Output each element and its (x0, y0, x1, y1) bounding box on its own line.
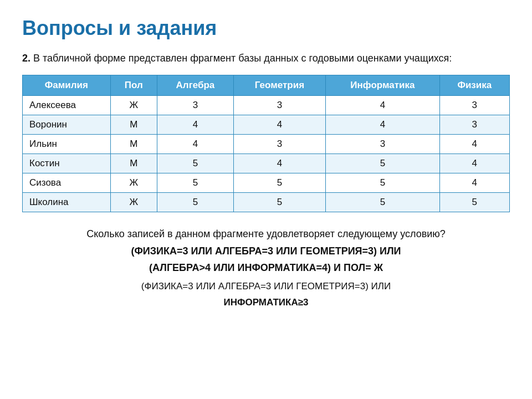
question-text: 2. В табличной форме представлен фрагмен… (22, 51, 510, 66)
table-cell: М (110, 135, 157, 154)
table-cell: 3 (233, 96, 325, 115)
table-cell: 4 (233, 154, 325, 173)
table-cell: М (110, 154, 157, 173)
table-cell: 4 (157, 115, 234, 135)
table-row: СизоваЖ5554 (23, 173, 510, 193)
table-cell: 3 (439, 96, 509, 115)
question-number: 2. (22, 53, 30, 64)
table-cell: Ж (110, 96, 157, 115)
table-cell: 4 (439, 135, 509, 154)
table-cell: 5 (326, 154, 440, 173)
table-cell: Ж (110, 193, 157, 212)
table-header-cell: Алгебра (157, 75, 234, 96)
table-row: КостинМ5454 (23, 154, 510, 173)
table-cell: 4 (439, 154, 509, 173)
table-row: АлексееваЖ3343 (23, 96, 510, 115)
table-cell: 5 (157, 173, 234, 193)
table-cell: 5 (326, 173, 440, 193)
table-cell: 5 (439, 193, 509, 212)
formula-line-3: (ФИЗИКА=3 ИЛИ АЛГЕБРА=3 ИЛИ ГЕОМЕТРИЯ=3)… (22, 279, 510, 295)
table-header-cell: Пол (110, 75, 157, 96)
table-body: АлексееваЖ3343ВоронинМ4443ИльинМ4334Кост… (23, 96, 510, 212)
table-cell: 3 (326, 135, 440, 154)
table-row: ИльинМ4334 (23, 135, 510, 154)
table-cell: 5 (157, 154, 234, 173)
table-cell: 5 (326, 193, 440, 212)
table-cell: Сизова (23, 173, 111, 193)
table-cell: Школина (23, 193, 111, 212)
table-cell: Ильин (23, 135, 111, 154)
table-row: ШколинаЖ5555 (23, 193, 510, 212)
table-header-cell: Физика (439, 75, 509, 96)
condition-intro: Сколько записей в данном фрагменте удовл… (22, 226, 510, 243)
table-cell: 3 (233, 135, 325, 154)
table-cell: 4 (157, 135, 234, 154)
table-cell: 4 (439, 173, 509, 193)
table-cell: М (110, 115, 157, 135)
table-row: ВоронинМ4443 (23, 115, 510, 135)
page-title: Вопросы и задания (22, 17, 510, 40)
formula-line-1: (ФИЗИКА=3 ИЛИ АЛГЕБРА=3 ИЛИ ГЕОМЕТРИЯ=3)… (22, 243, 510, 260)
table-cell: Костин (23, 154, 111, 173)
table-cell: 4 (326, 115, 440, 135)
formula-line-4: ИНФОРМАТИКА≥3 (22, 295, 510, 311)
table-cell: 5 (157, 193, 234, 212)
formula-line-2: (АЛГЕБРА>4 ИЛИ ИНФОРМАТИКА=4) И ПОЛ= Ж (22, 259, 510, 277)
table-header-cell: Фамилия (23, 75, 111, 96)
table-cell: Воронин (23, 115, 111, 135)
data-table: ФамилияПолАлгебраГеометрияИнформатикаФиз… (22, 75, 510, 212)
table-cell: Алексеева (23, 96, 111, 115)
table-cell: 4 (326, 96, 440, 115)
table-cell: 3 (439, 115, 509, 135)
question-body: В табличной форме представлен фрагмент б… (33, 53, 452, 64)
table-cell: Ж (110, 173, 157, 193)
condition-formula: (ФИЗИКА=3 ИЛИ АЛГЕБРА=3 ИЛИ ГЕОМЕТРИЯ=3)… (22, 243, 510, 311)
table-header-cell: Информатика (326, 75, 440, 96)
table-cell: 3 (157, 96, 234, 115)
table-header-cell: Геометрия (233, 75, 325, 96)
table-cell: 5 (233, 173, 325, 193)
table-cell: 5 (233, 193, 325, 212)
table-cell: 4 (233, 115, 325, 135)
table-header-row: ФамилияПолАлгебраГеометрияИнформатикаФиз… (23, 75, 510, 96)
